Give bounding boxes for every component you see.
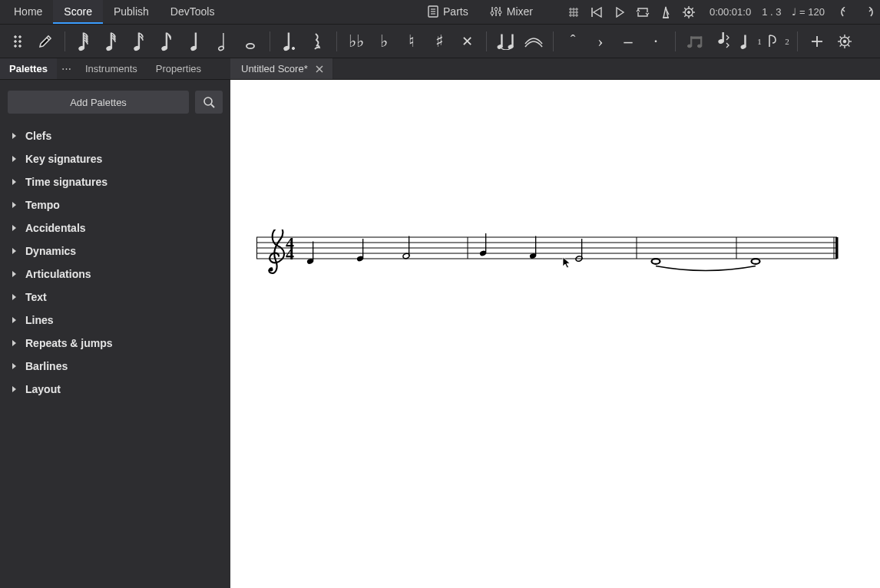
svg-point-18 bbox=[576, 14, 577, 15]
palette-item-repeats-jumps[interactable]: Repeats & jumps bbox=[8, 332, 223, 355]
mixer-button[interactable]: Mixer bbox=[479, 0, 544, 24]
double-sharp-button[interactable]: ✕ bbox=[454, 28, 480, 55]
toolbar-settings-button[interactable] bbox=[832, 28, 858, 55]
svg-rect-58 bbox=[512, 35, 513, 47]
double-flat-button[interactable]: ♭♭ bbox=[343, 28, 369, 55]
chevron-right-icon bbox=[12, 202, 16, 208]
svg-rect-97 bbox=[835, 237, 839, 259]
menu-score[interactable]: Score bbox=[53, 0, 103, 24]
loop-button[interactable] bbox=[631, 0, 654, 24]
palette-item-text[interactable]: Text bbox=[8, 286, 223, 309]
svg-point-111 bbox=[752, 259, 760, 264]
svg-line-29 bbox=[691, 15, 693, 16]
sidebar: Add Palettes ClefsKey signaturesTime sig… bbox=[0, 80, 230, 588]
palette-item-clefs[interactable]: Clefs bbox=[8, 124, 223, 147]
metronome-button[interactable] bbox=[654, 0, 677, 24]
tie-button[interactable] bbox=[493, 28, 519, 55]
svg-point-16 bbox=[570, 14, 571, 15]
mixer-icon bbox=[490, 5, 502, 18]
playback-time: 0:00:01:0 bbox=[710, 6, 751, 18]
menu-home[interactable]: Home bbox=[3, 0, 53, 24]
svg-line-83 bbox=[211, 104, 214, 107]
redo-button[interactable] bbox=[857, 0, 880, 24]
palette-item-label: Repeats & jumps bbox=[25, 337, 113, 349]
svg-rect-101 bbox=[362, 239, 363, 259]
note-16th[interactable] bbox=[127, 28, 153, 55]
tuplet-button[interactable] bbox=[682, 28, 708, 55]
palette-item-key-signatures[interactable]: Key signatures bbox=[8, 147, 223, 170]
marcato-button[interactable]: ˆ bbox=[560, 28, 586, 55]
add-button[interactable] bbox=[804, 28, 830, 55]
menu-publish[interactable]: Publish bbox=[103, 0, 160, 24]
flip-button[interactable] bbox=[710, 28, 736, 55]
search-icon bbox=[203, 96, 215, 108]
dot-button[interactable] bbox=[276, 28, 303, 55]
palette-item-lines[interactable]: Lines bbox=[8, 309, 223, 332]
palette-item-barlines[interactable]: Barlines bbox=[8, 355, 223, 378]
note-64th[interactable] bbox=[71, 28, 98, 55]
note-whole[interactable] bbox=[237, 28, 263, 55]
note-quarter[interactable] bbox=[182, 28, 208, 55]
undo-button[interactable] bbox=[834, 0, 857, 24]
rewind-button[interactable] bbox=[585, 0, 608, 24]
tab-instruments[interactable]: Instruments bbox=[76, 58, 147, 79]
svg-point-13 bbox=[570, 11, 571, 12]
svg-rect-42 bbox=[111, 33, 111, 48]
svg-point-14 bbox=[573, 11, 574, 12]
svg-rect-109 bbox=[581, 239, 582, 259]
playback-settings-button[interactable] bbox=[677, 0, 700, 24]
note-half[interactable] bbox=[210, 28, 236, 55]
document-tab[interactable]: Untitled Score* bbox=[230, 58, 333, 79]
chevron-right-icon bbox=[12, 363, 16, 369]
note-32nd[interactable] bbox=[99, 28, 125, 55]
palette-item-label: Clefs bbox=[25, 130, 51, 142]
sharp-button[interactable]: ♯ bbox=[426, 28, 452, 55]
palette-item-dynamics[interactable]: Dynamics bbox=[8, 239, 223, 263]
svg-point-23 bbox=[687, 11, 690, 13]
score-canvas[interactable]: 44 bbox=[230, 80, 880, 588]
panel-more-icon[interactable]: ⋯ bbox=[57, 58, 76, 79]
palette-item-label: Accidentals bbox=[25, 222, 86, 234]
svg-point-34 bbox=[15, 40, 17, 42]
svg-point-71 bbox=[843, 40, 846, 43]
menu-devtools[interactable]: DevTools bbox=[160, 0, 226, 24]
slur-button[interactable] bbox=[521, 28, 547, 55]
tenuto-button[interactable]: – bbox=[615, 28, 641, 55]
voice1-button[interactable]: 1 bbox=[737, 28, 763, 55]
search-button[interactable] bbox=[195, 91, 223, 114]
palette-item-articulations[interactable]: Articulations bbox=[8, 263, 223, 286]
svg-point-7 bbox=[495, 8, 498, 11]
natural-button[interactable]: ♮ bbox=[399, 28, 425, 55]
palette-item-layout[interactable]: Layout bbox=[8, 378, 223, 401]
rest-button[interactable] bbox=[304, 28, 330, 55]
svg-rect-40 bbox=[83, 33, 84, 48]
svg-point-9 bbox=[498, 11, 501, 14]
svg-point-90 bbox=[270, 268, 273, 272]
accent-button[interactable]: › bbox=[587, 28, 614, 55]
staff[interactable]: 44 bbox=[256, 230, 840, 291]
note-8th[interactable] bbox=[154, 28, 180, 55]
svg-point-33 bbox=[19, 35, 22, 38]
document-tab-title: Untitled Score* bbox=[241, 63, 308, 74]
parts-button[interactable]: Parts bbox=[417, 0, 479, 24]
add-palettes-button[interactable]: Add Palettes bbox=[8, 91, 189, 114]
pencil-icon[interactable] bbox=[32, 28, 58, 55]
toolbar-grip-icon[interactable] bbox=[5, 28, 31, 55]
parts-icon bbox=[428, 5, 438, 18]
svg-point-17 bbox=[573, 14, 574, 15]
voice2-button[interactable]: 2 bbox=[765, 28, 791, 55]
play-button[interactable] bbox=[608, 0, 631, 24]
svg-point-37 bbox=[19, 45, 22, 47]
palette-item-time-signatures[interactable]: Time signatures bbox=[8, 170, 223, 193]
palette-item-accidentals[interactable]: Accidentals bbox=[8, 216, 223, 239]
svg-line-30 bbox=[684, 15, 686, 16]
tab-palettes[interactable]: Palettes bbox=[0, 58, 57, 79]
svg-point-11 bbox=[573, 8, 574, 9]
staccato-button[interactable]: · bbox=[643, 28, 669, 55]
flat-button[interactable]: ♭ bbox=[371, 28, 397, 55]
palette-item-tempo[interactable]: Tempo bbox=[8, 193, 223, 216]
grip-icon[interactable] bbox=[562, 0, 585, 24]
close-tab-icon[interactable] bbox=[314, 64, 325, 74]
tab-properties[interactable]: Properties bbox=[147, 58, 210, 79]
tempo-display[interactable]: ♩ = 120 bbox=[792, 6, 825, 18]
